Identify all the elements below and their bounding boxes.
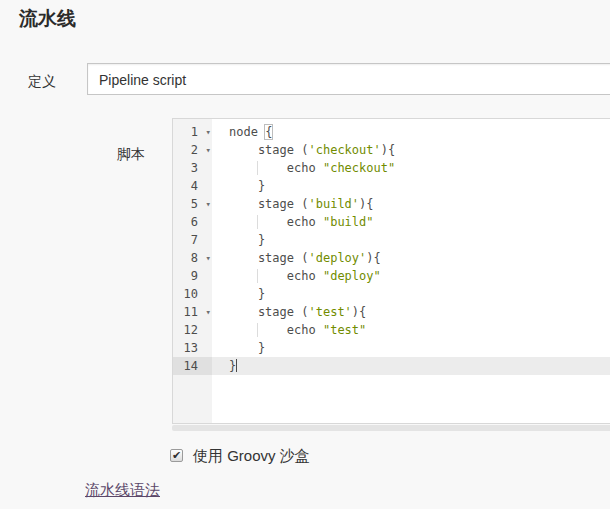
pipeline-syntax-link[interactable]: 流水线语法 — [85, 481, 160, 500]
gutter-line-number[interactable]: 7 — [173, 231, 212, 249]
fold-arrow-icon[interactable]: ▾ — [206, 142, 211, 158]
gutter-line-number[interactable]: 2▾ — [173, 141, 212, 159]
gutter-line-number[interactable]: 14 — [173, 357, 212, 375]
pipeline-config-page: { "page": { "title": "流水线" }, "definitio… — [0, 0, 610, 509]
line-number: 9 — [191, 269, 198, 283]
code-token: echo — [287, 161, 323, 175]
line-number: 10 — [184, 287, 198, 301]
code-token: ){ — [352, 305, 366, 319]
code-editor[interactable]: 1▾2▾345▾678▾91011▾121314 node { stage ('… — [172, 118, 610, 424]
gutter-line-number[interactable]: 4 — [173, 177, 212, 195]
code-token: echo — [287, 323, 323, 337]
fold-arrow-icon[interactable]: ▾ — [206, 250, 211, 266]
gutter-line-number[interactable]: 9 — [173, 267, 212, 285]
line-number: 8 — [191, 251, 198, 265]
line-number: 2 — [191, 143, 198, 157]
editor-gutter: 1▾2▾345▾678▾91011▾121314 — [173, 119, 212, 423]
code-token: stage ( — [229, 143, 308, 157]
code-line[interactable]: echo "build" — [212, 213, 610, 231]
line-number: 3 — [191, 161, 198, 175]
code-line[interactable]: echo "checkout" — [212, 159, 610, 177]
line-number: 11 — [184, 305, 198, 319]
code-token: echo — [287, 215, 323, 229]
gutter-line-number[interactable]: 1▾ — [173, 123, 212, 141]
code-line[interactable]: stage ('deploy'){ — [212, 249, 610, 267]
definition-select[interactable]: Pipeline script — [87, 63, 610, 95]
editor-code[interactable]: node { stage ('checkout'){ echo "checkou… — [212, 123, 610, 375]
code-token — [257, 215, 287, 229]
code-token-string: 'deploy' — [308, 251, 366, 265]
code-token-string: 'test' — [308, 305, 351, 319]
gutter-line-number[interactable]: 11▾ — [173, 303, 212, 321]
editor-resize-handle[interactable] — [172, 425, 610, 431]
code-token — [229, 215, 258, 229]
code-line[interactable]: } — [212, 231, 610, 249]
line-number: 6 — [191, 215, 198, 229]
definition-selected-value: Pipeline script — [99, 72, 186, 88]
code-token: ){ — [366, 251, 380, 265]
code-line[interactable]: } — [212, 339, 610, 357]
code-token: node — [229, 125, 265, 139]
code-token: } — [229, 341, 265, 355]
code-token — [257, 161, 287, 175]
code-token-string: "deploy" — [323, 269, 381, 283]
code-line[interactable]: } — [212, 177, 610, 195]
groovy-sandbox-label[interactable]: 使用 Groovy 沙盒 — [193, 447, 310, 466]
code-token-string: 'checkout' — [308, 143, 380, 157]
line-number: 13 — [184, 341, 198, 355]
line-number: 1 — [191, 125, 198, 139]
code-token-string: "test" — [323, 323, 366, 337]
code-line[interactable]: stage ('test'){ — [212, 303, 610, 321]
gutter-line-number[interactable]: 3 — [173, 159, 212, 177]
line-number: 12 — [184, 323, 198, 337]
code-token: } — [229, 233, 265, 247]
code-token: ){ — [359, 197, 373, 211]
code-token: echo — [287, 269, 323, 283]
script-label: 脚本 — [117, 146, 145, 164]
code-line[interactable]: node { — [212, 123, 610, 141]
line-number: 5 — [191, 197, 198, 211]
code-token — [257, 323, 287, 337]
code-token — [257, 269, 287, 283]
gutter-line-number[interactable]: 10 — [173, 285, 212, 303]
gutter-line-number[interactable]: 12 — [173, 321, 212, 339]
line-number: 4 — [191, 179, 198, 193]
code-line[interactable]: } — [212, 357, 610, 375]
code-line[interactable]: stage ('checkout'){ — [212, 141, 610, 159]
text-cursor — [236, 359, 237, 372]
code-token: } — [229, 287, 265, 301]
code-token — [229, 269, 258, 283]
code-token: } — [229, 359, 236, 373]
gutter-line-number[interactable]: 8▾ — [173, 249, 212, 267]
page-title: 流水线 — [19, 6, 76, 32]
code-token: } — [229, 179, 265, 193]
gutter-line-number[interactable]: 6 — [173, 213, 212, 231]
code-token-string: "build" — [323, 215, 374, 229]
code-token — [229, 323, 258, 337]
code-line[interactable]: echo "test" — [212, 321, 610, 339]
fold-arrow-icon[interactable]: ▾ — [206, 124, 211, 140]
code-line[interactable]: stage ('build'){ — [212, 195, 610, 213]
code-token: stage ( — [229, 305, 308, 319]
fold-arrow-icon[interactable]: ▾ — [206, 304, 211, 320]
code-line[interactable]: } — [212, 285, 610, 303]
code-token: stage ( — [229, 197, 308, 211]
fold-arrow-icon[interactable]: ▾ — [206, 196, 211, 212]
line-number: 7 — [191, 233, 198, 247]
definition-label: 定义 — [28, 73, 56, 91]
code-token: ){ — [381, 143, 395, 157]
code-token: stage ( — [229, 251, 308, 265]
gutter-line-number[interactable]: 13 — [173, 339, 212, 357]
code-token-string: "checkout" — [323, 161, 395, 175]
gutter-line-number[interactable]: 5▾ — [173, 195, 212, 213]
code-token — [229, 161, 258, 175]
groovy-sandbox-checkbox[interactable]: ✔ — [170, 449, 183, 462]
code-token: { — [264, 124, 273, 140]
code-line[interactable]: echo "deploy" — [212, 267, 610, 285]
code-token-string: 'build' — [308, 197, 359, 211]
line-number: 14 — [184, 359, 198, 373]
